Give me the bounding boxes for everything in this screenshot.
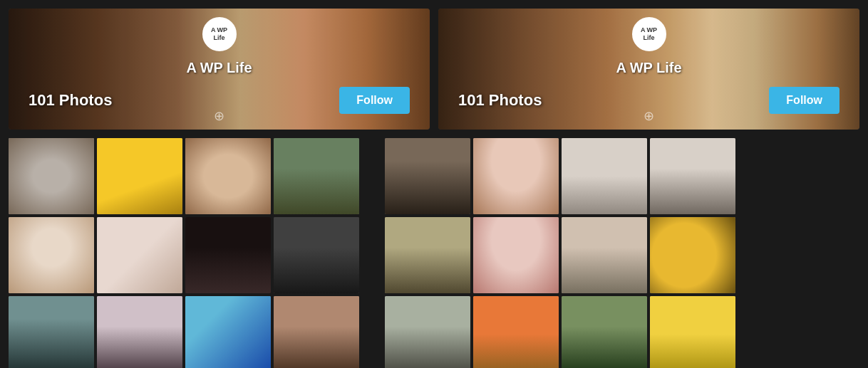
banner-left-avatar: A WP Life: [202, 17, 237, 51]
photo-item[interactable]: [185, 138, 271, 214]
banner-right-name: A WP Life: [616, 60, 681, 76]
photo-item[interactable]: [562, 138, 647, 214]
photo-item[interactable]: [185, 217, 271, 293]
grid-spacer: [368, 138, 376, 368]
banner-right-icon: ⊕: [644, 108, 654, 124]
photo-item[interactable]: [97, 217, 182, 293]
banner-right-follow-button[interactable]: Follow: [769, 87, 839, 114]
photo-item[interactable]: [473, 217, 559, 293]
banner-left-photos: 101 Photos: [29, 91, 112, 110]
banner-left-follow-button[interactable]: Follow: [339, 87, 410, 114]
photo-item[interactable]: [473, 296, 559, 368]
banner-left: A WP Life A WP Life 101 Photos Follow ⊕: [9, 9, 430, 130]
photo-item[interactable]: [97, 138, 182, 214]
banner-left-icon: ⊕: [214, 108, 224, 124]
left-photo-grid: [9, 138, 359, 368]
photo-item[interactable]: [562, 296, 647, 368]
photo-item[interactable]: [385, 138, 470, 214]
photos-container: [9, 138, 859, 368]
photo-item[interactable]: [473, 138, 559, 214]
photo-item[interactable]: [185, 296, 271, 368]
banner-right-photos: 101 Photos: [458, 91, 542, 110]
main-container: A WP Life A WP Life 101 Photos Follow ⊕ …: [0, 0, 868, 368]
photo-item[interactable]: [9, 217, 94, 293]
photo-item[interactable]: [650, 217, 735, 293]
photo-item[interactable]: [562, 217, 647, 293]
photo-item[interactable]: [274, 217, 359, 293]
photo-item[interactable]: [385, 296, 470, 368]
banners-row: A WP Life A WP Life 101 Photos Follow ⊕ …: [9, 9, 859, 130]
photo-item[interactable]: [9, 138, 94, 214]
photo-item[interactable]: [385, 217, 470, 293]
photo-item[interactable]: [650, 296, 735, 368]
banner-right-avatar: A WP Life: [632, 17, 666, 51]
photo-item[interactable]: [650, 138, 735, 214]
right-photo-grid: [385, 138, 735, 368]
banner-right: A WP Life A WP Life 101 Photos Follow ⊕: [438, 9, 859, 130]
photo-item[interactable]: [274, 138, 359, 214]
photo-item[interactable]: [9, 296, 94, 368]
banner-left-name: A WP Life: [186, 60, 252, 76]
photo-item[interactable]: [97, 296, 182, 368]
photo-item[interactable]: [274, 296, 359, 368]
